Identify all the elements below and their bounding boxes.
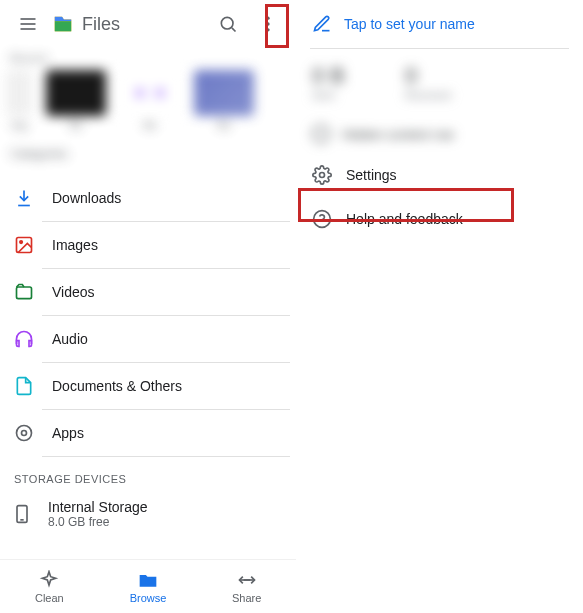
category-downloads[interactable]: Downloads: [0, 175, 296, 221]
row-blurred: Hidden content row: [296, 115, 583, 153]
image-icon: [14, 235, 34, 255]
sparkle-icon: [39, 570, 59, 590]
category-images[interactable]: Images: [0, 222, 296, 268]
svg-point-12: [22, 431, 27, 436]
phone-icon: [12, 504, 32, 524]
svg-line-4: [232, 28, 236, 32]
category-videos[interactable]: Videos: [0, 269, 296, 315]
svg-point-9: [20, 241, 22, 244]
nav-clean[interactable]: Clean: [0, 560, 99, 613]
set-name-prompt[interactable]: Tap to set your name: [296, 0, 583, 48]
right-pane: Tap to set your name 0 BSent 0Received H…: [296, 0, 583, 613]
headphones-icon: [14, 329, 34, 349]
category-documents[interactable]: Documents & Others: [0, 363, 296, 409]
category-label: Apps: [52, 425, 84, 441]
svg-point-6: [266, 22, 269, 25]
prompt-text: Tap to set your name: [344, 16, 475, 32]
gear-icon: [312, 165, 332, 185]
download-icon: [14, 188, 34, 208]
left-pane: Files Recent img file file file Categori…: [0, 0, 296, 613]
svg-point-11: [17, 426, 32, 441]
menu-settings[interactable]: Settings: [296, 153, 583, 197]
recent-blurred: Recent img file file file Categories: [0, 48, 296, 175]
category-label: Videos: [52, 284, 95, 300]
menu-button[interactable]: [8, 4, 48, 44]
nav-label: Browse: [130, 592, 167, 604]
nav-label: Share: [232, 592, 261, 604]
svg-point-16: [320, 173, 325, 178]
video-icon: [14, 282, 34, 302]
help-icon: [312, 209, 332, 229]
folder-search-icon: [138, 570, 158, 590]
apps-icon: [14, 423, 34, 443]
category-label: Documents & Others: [52, 378, 182, 394]
category-label: Downloads: [52, 190, 121, 206]
category-label: Images: [52, 237, 98, 253]
storage-subtitle: 8.0 GB free: [48, 515, 148, 529]
category-apps[interactable]: Apps: [0, 410, 296, 456]
storage-title: Internal Storage: [48, 499, 148, 515]
search-button[interactable]: [208, 4, 248, 44]
menu-label: Help and feedback: [346, 211, 463, 227]
app-title-text: Files: [82, 14, 120, 35]
more-vert-icon: [258, 14, 278, 34]
nav-share[interactable]: Share: [197, 560, 296, 613]
hamburger-icon: [18, 14, 38, 34]
stats-blurred: 0 BSent 0Received: [296, 49, 583, 115]
svg-rect-10: [17, 287, 32, 299]
svg-point-7: [266, 28, 269, 31]
svg-point-3: [221, 17, 233, 29]
category-audio[interactable]: Audio: [0, 316, 296, 362]
category-label: Audio: [52, 331, 88, 347]
categories-list: Downloads Images Videos Audio Documents …: [0, 175, 296, 457]
bottom-nav: Clean Browse Share: [0, 559, 296, 613]
more-button[interactable]: [248, 4, 288, 44]
nav-label: Clean: [35, 592, 64, 604]
internal-storage-item[interactable]: Internal Storage 8.0 GB free: [0, 493, 296, 535]
storage-devices-header: STORAGE DEVICES: [0, 457, 296, 493]
search-icon: [218, 14, 238, 34]
files-logo-icon: [52, 13, 74, 35]
nav-browse[interactable]: Browse: [99, 560, 198, 613]
pencil-icon: [312, 14, 332, 34]
menu-help[interactable]: Help and feedback: [296, 197, 583, 241]
document-icon: [14, 376, 34, 396]
svg-point-5: [266, 17, 269, 20]
svg-point-15: [146, 580, 149, 583]
menu-label: Settings: [346, 167, 397, 183]
app-title: Files: [52, 13, 208, 35]
topbar: Files: [0, 0, 296, 48]
swap-icon: [237, 570, 257, 590]
